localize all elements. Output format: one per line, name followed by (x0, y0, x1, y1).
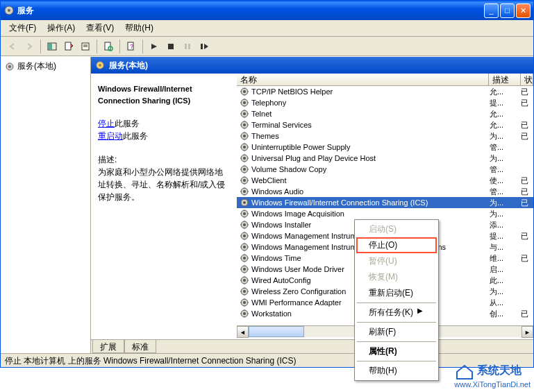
service-desc: 为... (490, 198, 521, 208)
service-status: 已 (521, 176, 533, 186)
svg-text:?: ? (130, 43, 133, 50)
col-status[interactable]: 状 (521, 74, 533, 85)
service-row[interactable]: Telnet允... (237, 108, 533, 119)
service-row[interactable]: Windows Image Acquisition为... (237, 208, 533, 219)
minimize-button[interactable]: _ (484, 3, 499, 18)
ctx-refresh[interactable]: 刷新(F) (356, 324, 437, 340)
properties-button[interactable] (61, 39, 76, 54)
service-name: Windows Image Acquisition (251, 210, 490, 218)
restart-service-button[interactable] (197, 39, 212, 54)
svg-point-39 (243, 190, 246, 193)
svg-point-47 (243, 235, 246, 237)
service-desc: 允... (490, 109, 521, 119)
gear-icon (5, 62, 15, 71)
tree-root-label: 服务(本地) (17, 60, 56, 72)
service-row[interactable]: WebClient使...已 (237, 175, 533, 186)
back-button (5, 39, 20, 54)
service-desc: 从... (490, 298, 521, 308)
service-row[interactable]: Windows Firewall/Internet Connection Sha… (237, 197, 533, 208)
svg-point-53 (243, 268, 246, 271)
gear-icon (95, 60, 105, 70)
scroll-left-button[interactable]: ◄ (237, 326, 249, 338)
ctx-properties[interactable]: 属性(R) (356, 343, 437, 359)
service-status: 已 (521, 198, 533, 208)
svg-point-55 (243, 279, 246, 282)
titlebar[interactable]: 服务 _ □ ✕ (1, 1, 533, 20)
refresh-button[interactable] (101, 39, 116, 54)
service-desc: 使... (490, 176, 521, 186)
service-row[interactable]: TCP/IP NetBIOS Helper允...已 (237, 86, 533, 97)
service-status: 已 (521, 231, 533, 241)
service-desc: 此... (490, 275, 521, 286)
start-service-button[interactable] (147, 39, 162, 54)
col-desc[interactable]: 描述 (489, 74, 521, 85)
svg-point-29 (243, 135, 246, 137)
service-row[interactable]: Windows Audio管...已 (237, 186, 533, 197)
tab-standard[interactable]: 标准 (124, 340, 156, 353)
service-desc: 提... (490, 231, 521, 241)
svg-point-49 (243, 246, 246, 248)
svg-point-25 (243, 112, 246, 115)
menubar: 文件(F) 操作(A) 查看(V) 帮助(H) (1, 20, 533, 37)
service-name: Telnet (251, 110, 490, 118)
ctx-help[interactable]: 帮助(H) (356, 363, 437, 379)
export-button[interactable] (78, 39, 93, 54)
service-status: 已 (521, 187, 533, 197)
tab-extended[interactable]: 扩展 (92, 340, 124, 353)
service-row[interactable]: Uninterruptible Power Supply管... (237, 142, 533, 153)
help-button[interactable]: ? (124, 39, 139, 54)
view-tabs: 扩展 标准 (91, 339, 533, 353)
svg-point-1 (8, 9, 10, 12)
scroll-right-button[interactable]: ► (522, 326, 533, 338)
ctx-stop[interactable]: 停止(O) (356, 237, 437, 253)
svg-point-37 (243, 179, 246, 182)
main-pane: 服务(本地) Windows Firewall/Internet Connect… (91, 57, 533, 353)
tree-root-item[interactable]: 服务(本地) (3, 60, 87, 73)
stop-service-button[interactable] (163, 39, 178, 54)
menu-help[interactable]: 帮助(H) (119, 21, 159, 35)
menu-action[interactable]: 操作(A) (42, 21, 81, 35)
restart-link[interactable]: 重启动 (98, 131, 123, 141)
ctx-all-tasks[interactable]: 所有任务(K)▶ (356, 305, 437, 321)
service-desc: 提... (490, 98, 521, 108)
service-name: Uninterruptible Power Supply (251, 143, 490, 151)
service-status: 已 (521, 120, 533, 130)
svg-point-19 (99, 64, 101, 67)
menu-file[interactable]: 文件(F) (3, 21, 42, 35)
pause-service-button (180, 39, 195, 54)
stop-link[interactable]: 停止 (98, 119, 115, 128)
service-row[interactable]: Volume Shadow Copy管... (237, 164, 533, 175)
service-row[interactable]: Themes为...已 (237, 130, 533, 142)
service-status: 已 (521, 309, 533, 319)
menu-view[interactable]: 查看(V) (81, 21, 119, 35)
selected-service-title: Windows Firewall/Internet Connection Sha… (98, 83, 230, 106)
detail-pane: Windows Firewall/Internet Connection Sha… (91, 74, 237, 339)
svg-rect-14 (188, 44, 190, 49)
svg-point-43 (243, 212, 246, 215)
ctx-pause: 暂停(U) (356, 253, 437, 269)
services-window: 服务 _ □ ✕ 文件(F) 操作(A) 查看(V) 帮助(H) ? (0, 0, 534, 368)
svg-point-27 (243, 123, 246, 126)
service-status: 已 (521, 253, 533, 264)
service-desc: 为... (490, 153, 521, 164)
svg-point-59 (243, 301, 246, 304)
scroll-thumb[interactable] (249, 326, 304, 337)
toolbar: ? (1, 37, 533, 56)
service-desc: 为... (490, 209, 521, 219)
view-button[interactable] (44, 39, 60, 54)
service-row[interactable]: Terminal Services允...已 (237, 119, 533, 130)
service-row[interactable]: Universal Plug and Play Device Host为... (237, 153, 533, 164)
svg-point-23 (243, 101, 246, 104)
service-status: 已 (521, 131, 533, 142)
ctx-restart[interactable]: 重新启动(E) (356, 285, 437, 301)
window-title: 服务 (17, 5, 484, 17)
service-desc: 管... (490, 187, 521, 197)
close-button[interactable]: ✕ (516, 3, 531, 18)
list-header: 名称 描述 状 (237, 74, 533, 86)
col-name[interactable]: 名称 (237, 74, 489, 85)
service-row[interactable]: Telephony提...已 (237, 97, 533, 108)
maximize-button[interactable]: □ (500, 3, 515, 18)
svg-point-45 (243, 223, 246, 226)
service-name: Telephony (251, 99, 490, 107)
service-name: TCP/IP NetBIOS Helper (251, 87, 490, 96)
